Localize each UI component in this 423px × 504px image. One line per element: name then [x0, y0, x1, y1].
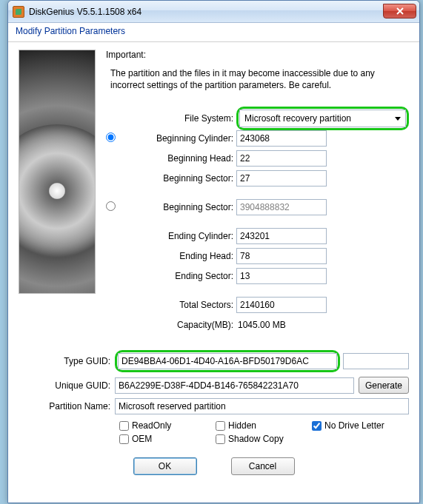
input-end-head[interactable] [236, 248, 327, 264]
input-type-guid-extra[interactable] [343, 353, 409, 369]
checkbox-no-drive-letter[interactable]: No Drive Letter [312, 420, 408, 431]
label-beg-head: Beginning Head: [119, 153, 236, 164]
checkbox-oem-box[interactable] [119, 434, 129, 444]
input-unique-guid[interactable] [115, 377, 354, 394]
label-beg-cyl: Beginning Cylinder: [119, 133, 236, 144]
checkbox-oem[interactable]: OEM [119, 434, 216, 444]
input-partition-name[interactable] [115, 398, 409, 414]
label-end-cyl: Ending Cylinder: [119, 231, 236, 241]
close-icon [396, 7, 404, 15]
side-brand: DISKGENIUS [19, 181, 27, 241]
app-icon [13, 6, 24, 18]
label-beg-sec2: Beginning Sector: [119, 202, 236, 212]
checkbox-readonly-box[interactable] [119, 421, 129, 431]
radio-chs-mode[interactable] [106, 132, 116, 142]
cancel-button[interactable]: Cancel [231, 457, 295, 475]
input-beg-cyl[interactable] [236, 130, 327, 147]
label-partition-name: Partition Name: [19, 401, 115, 411]
side-image: DISKGENIUS [19, 50, 96, 294]
checkbox-readonly[interactable]: ReadOnly [119, 420, 216, 431]
highlight-file-system: Microsoft recovery partition [236, 107, 409, 130]
checkbox-oem-label: OEM [132, 434, 152, 444]
ok-button[interactable]: OK [133, 457, 197, 475]
titlebar[interactable]: DiskGenius V5.5.1.1508 x64 [8, 1, 419, 23]
label-beg-sec: Beginning Sector: [119, 173, 236, 184]
dialog-window: DiskGenius V5.5.1.1508 x64 Modify Partit… [7, 0, 420, 503]
checkbox-shadow-copy[interactable]: Shadow Copy [216, 434, 312, 444]
value-capacity: 1045.00 MB [236, 320, 286, 330]
input-total-sec[interactable] [236, 297, 327, 313]
input-beg-head[interactable] [236, 150, 327, 167]
label-end-sec: Ending Sector: [119, 271, 236, 281]
file-system-value: Microsoft recovery partition [244, 113, 351, 124]
chevron-down-icon [395, 117, 401, 121]
window-title: DiskGenius V5.5.1.1508 x64 [29, 7, 383, 17]
checkbox-shadow-copy-box[interactable] [216, 434, 225, 444]
label-unique-guid: Unique GUID: [19, 380, 115, 391]
checkbox-hidden[interactable]: Hidden [216, 420, 312, 431]
label-end-head: Ending Head: [119, 251, 236, 261]
dialog-header: Modify Partition Parameters [8, 23, 419, 42]
checkbox-no-drive-letter-label: No Drive Letter [324, 420, 384, 431]
input-beg-sec[interactable] [236, 170, 327, 187]
label-capacity: Capacity(MB): [119, 320, 236, 330]
dialog-body: DISKGENIUS Important: The partition and … [8, 42, 419, 503]
generate-button[interactable]: Generate [359, 377, 409, 394]
checkbox-no-drive-letter-box[interactable] [312, 421, 322, 431]
checkbox-hidden-label: Hidden [228, 420, 256, 431]
label-total-sec: Total Sectors: [119, 300, 236, 310]
close-button[interactable] [383, 4, 416, 19]
checkbox-readonly-label: ReadOnly [132, 420, 171, 431]
input-end-sec[interactable] [236, 268, 327, 284]
label-type-guid: Type GUID: [19, 356, 115, 366]
important-heading: Important: [106, 50, 409, 60]
label-file-system: File System: [119, 113, 236, 124]
checkbox-shadow-copy-label: Shadow Copy [228, 434, 284, 444]
file-system-select[interactable]: Microsoft recovery partition [239, 110, 406, 127]
input-type-guid[interactable] [118, 353, 337, 369]
checkbox-hidden-box[interactable] [216, 421, 225, 431]
highlight-type-guid [115, 350, 340, 372]
input-beg-sec-lba[interactable] [236, 199, 327, 215]
important-text: The partition and the files in it may be… [110, 67, 400, 91]
input-end-cyl[interactable] [236, 228, 327, 244]
radio-lba-mode[interactable] [106, 201, 116, 211]
